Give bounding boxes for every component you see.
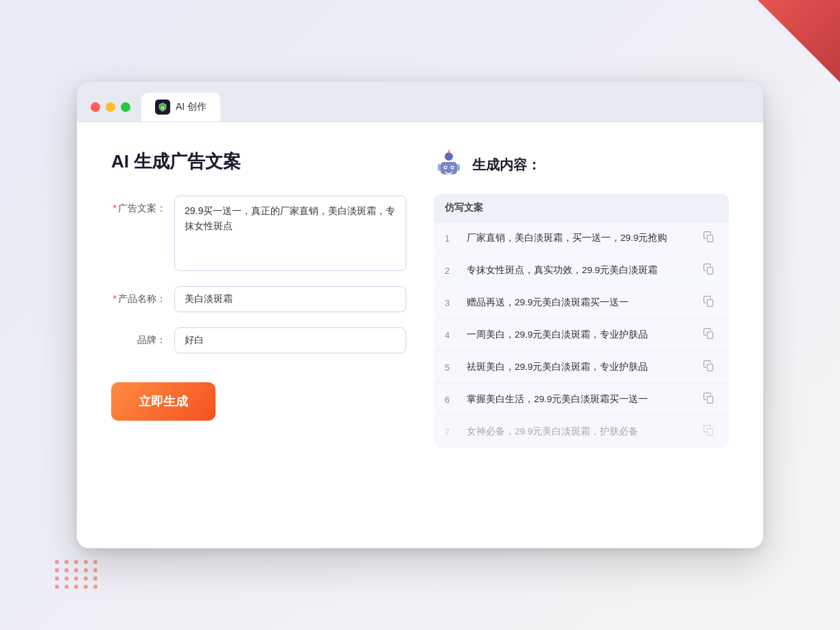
row-number: 1 — [445, 233, 458, 244]
window-controls — [91, 102, 130, 112]
table-row: 4一周美白，29.9元美白淡斑霜，专业护肤品 — [434, 319, 729, 351]
svg-rect-3 — [438, 164, 441, 171]
svg-rect-4 — [457, 164, 460, 171]
result-title: 生成内容： — [472, 156, 541, 174]
result-header: 生成内容： — [434, 150, 729, 180]
svg-rect-2 — [441, 162, 457, 174]
product-name-input[interactable] — [174, 286, 406, 312]
copy-icon[interactable] — [703, 263, 718, 278]
svg-rect-13 — [708, 300, 713, 307]
row-number: 2 — [445, 266, 458, 276]
table-header: 仿写文案 — [434, 194, 729, 222]
brand-label: 品牌： — [111, 327, 166, 347]
ad-copy-label: *广告文案： — [111, 196, 166, 215]
copy-icon[interactable] — [703, 295, 718, 310]
row-text: 一周美白，29.9元美白淡斑霜，专业护肤品 — [467, 328, 695, 342]
copy-icon[interactable] — [703, 231, 718, 246]
row-text: 女神必备，29.9元美白淡斑霜，护肤必备 — [467, 425, 695, 439]
required-star-2: * — [113, 293, 117, 304]
svg-rect-14 — [708, 332, 713, 339]
browser-titlebar: AI AI 创作 — [77, 82, 763, 122]
row-text: 赠品再送，29.9元美白淡斑霜买一送一 — [467, 296, 695, 310]
row-text: 厂家直销，美白淡斑霜，买一送一，29.9元抢购 — [467, 231, 695, 245]
copy-icon[interactable] — [703, 327, 718, 342]
copy-icon[interactable] — [703, 360, 718, 375]
svg-text:AI: AI — [161, 106, 165, 110]
row-number: 3 — [445, 298, 458, 308]
minimize-button[interactable] — [106, 102, 115, 112]
generate-button[interactable]: 立即生成 — [111, 382, 215, 421]
decorative-corner — [758, 0, 840, 82]
tab-ai-creation[interactable]: AI AI 创作 — [141, 93, 220, 121]
copy-icon[interactable] — [703, 424, 718, 439]
svg-rect-11 — [708, 235, 713, 242]
row-number: 5 — [445, 362, 458, 373]
decorative-dots — [55, 560, 99, 589]
svg-point-10 — [448, 150, 450, 152]
robot-icon — [434, 150, 464, 180]
browser-content: AI 生成广告文案 *广告文案： 29.9买一送一，真正的厂家直销，美白淡斑霜，… — [77, 122, 763, 548]
left-panel: AI 生成广告文案 *广告文案： 29.9买一送一，真正的厂家直销，美白淡斑霜，… — [111, 150, 406, 520]
svg-rect-15 — [708, 364, 713, 371]
page-title: AI 生成广告文案 — [111, 150, 406, 174]
required-star-1: * — [113, 202, 117, 213]
tab-icon: AI — [155, 100, 170, 115]
row-text: 掌握美白生活，29.9元美白淡斑霜买一送一 — [467, 393, 695, 406]
table-row: 3赠品再送，29.9元美白淡斑霜买一送一 — [434, 287, 729, 319]
product-name-label: *产品名称： — [111, 286, 166, 305]
browser-window: AI AI 创作 AI 生成广告文案 *广告文案： 29.9买一送一，真正的厂家… — [77, 82, 763, 548]
ad-copy-input[interactable]: 29.9买一送一，真正的厂家直销，美白淡斑霜，专抹女性斑点 — [174, 196, 406, 271]
copy-icon[interactable] — [703, 392, 718, 407]
svg-point-1 — [445, 152, 453, 161]
row-text: 祛斑美白，29.9元美白淡斑霜，专业护肤品 — [467, 360, 695, 374]
row-number: 6 — [445, 395, 458, 405]
table-row: 6掌握美白生活，29.9元美白淡斑霜买一送一 — [434, 384, 729, 416]
svg-point-8 — [452, 167, 453, 168]
ad-copy-group: *广告文案： 29.9买一送一，真正的厂家直销，美白淡斑霜，专抹女性斑点 — [111, 196, 406, 271]
row-text: 专抹女性斑点，真实功效，29.9元美白淡斑霜 — [467, 264, 695, 277]
results-container: 1厂家直销，美白淡斑霜，买一送一，29.9元抢购 2专抹女性斑点，真实功效，29… — [434, 222, 729, 447]
table-row: 5祛斑美白，29.9元美白淡斑霜，专业护肤品 — [434, 351, 729, 384]
row-number: 7 — [445, 427, 458, 437]
result-table: 仿写文案 1厂家直销，美白淡斑霜，买一送一，29.9元抢购 2专抹女性斑点，真实… — [434, 194, 729, 447]
table-row: 1厂家直销，美白淡斑霜，买一送一，29.9元抢购 — [434, 222, 729, 255]
tab-label: AI 创作 — [176, 101, 207, 113]
svg-point-7 — [445, 167, 446, 168]
close-button[interactable] — [91, 102, 100, 112]
product-name-group: *产品名称： — [111, 286, 406, 312]
maximize-button[interactable] — [121, 102, 130, 112]
brand-input[interactable] — [174, 327, 406, 353]
right-panel: 生成内容： 仿写文案 1厂家直销，美白淡斑霜，买一送一，29.9元抢购 2专抹女… — [434, 150, 729, 520]
svg-rect-12 — [708, 268, 713, 275]
table-row: 7女神必备，29.9元美白淡斑霜，护肤必备 — [434, 416, 729, 447]
table-row: 2专抹女性斑点，真实功效，29.9元美白淡斑霜 — [434, 255, 729, 287]
row-number: 4 — [445, 330, 458, 340]
svg-rect-17 — [708, 429, 713, 436]
svg-rect-16 — [708, 397, 713, 404]
brand-group: 品牌： — [111, 327, 406, 353]
